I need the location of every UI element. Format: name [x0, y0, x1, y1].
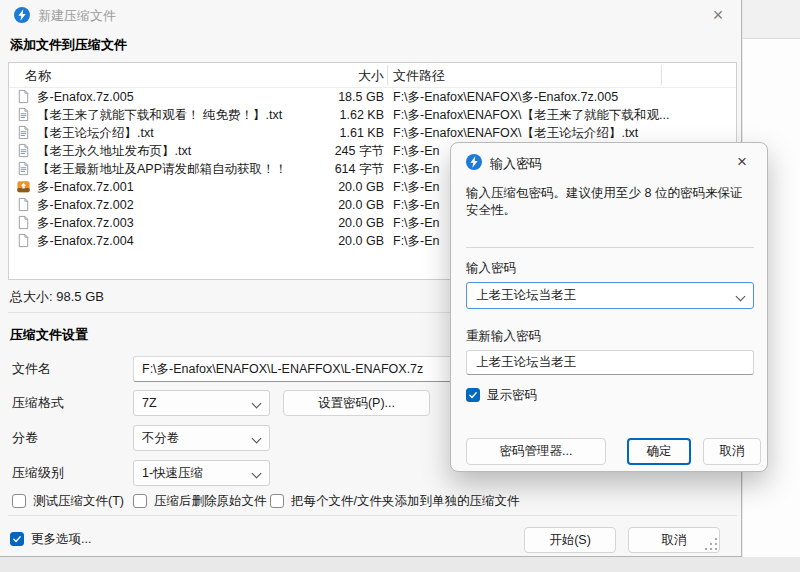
table-row[interactable]: 【老王来了就能下载和观看！ 纯免费！】.txt 1.62 KB F:\多-Ena… [9, 106, 736, 124]
password-combobox[interactable]: 上老王论坛当老王 [466, 282, 754, 309]
checkbox-icon[interactable] [133, 494, 147, 508]
show-password-label: 显示密码 [487, 387, 537, 404]
file-type-icon [16, 125, 31, 140]
file-type-icon [16, 107, 31, 122]
cell-name: 多-Enafox.7z.003 [37, 214, 287, 232]
cell-name: 【老王永久地址发布页】.txt [37, 142, 287, 160]
checkbox-delete-after[interactable]: 压缩后删除原始文件 [133, 493, 267, 509]
checkbox-label: 压缩后删除原始文件 [154, 493, 267, 510]
volume-label: 分卷 [12, 425, 38, 451]
level-dropdown[interactable]: 1-快速压缩 [133, 460, 270, 486]
filename-label: 文件名 [12, 356, 51, 382]
volume-value: 不分卷 [142, 431, 180, 445]
app-logo-icon [466, 154, 482, 170]
resize-grip[interactable] [705, 538, 717, 550]
ok-button[interactable]: 确定 [627, 438, 691, 465]
set-password-button[interactable]: 设置密码(P)... [283, 390, 430, 416]
more-options-label: 更多选项... [31, 531, 91, 548]
cell-name: 多-Enafox.7z.004 [37, 232, 287, 250]
column-divider[interactable] [661, 65, 662, 85]
table-row[interactable]: 多-Enafox.7z.005 18.5 GB F:\多-Enafox\ENAF… [9, 88, 736, 106]
cell-size: 20.0 GB [289, 232, 384, 250]
cell-name: 【老王最新地址及APP请发邮箱自动获取！！！】.... [37, 160, 287, 178]
checkbox-separate-archives[interactable]: 把每个文件/文件夹添加到单独的压缩文件 [270, 493, 519, 509]
cell-path: F:\多-Enafox\ENAFOX\多-Enafox.7z.005 [393, 88, 733, 106]
section-add-files: 添加文件到压缩文件 [10, 36, 127, 54]
divider [8, 515, 737, 516]
confirm-password-input[interactable]: 上老王论坛当老王 [466, 350, 754, 375]
divider [466, 247, 754, 248]
checkbox-checked-icon[interactable] [466, 388, 480, 402]
window-title: 新建压缩文件 [38, 7, 116, 25]
chevron-down-icon [252, 399, 262, 409]
table-row[interactable]: 【老王论坛介绍】.txt 1.61 KB F:\多-Enafox\ENAFOX\… [9, 124, 736, 142]
file-type-icon [16, 161, 31, 176]
cell-name: 【老王论坛介绍】.txt [37, 124, 287, 142]
password-manager-button[interactable]: 密码管理器... [466, 438, 606, 465]
level-value: 1-快速压缩 [142, 466, 203, 480]
checkbox-test-archive[interactable]: 测试压缩文件(T) [12, 493, 124, 509]
confirm-password-label: 重新输入密码 [466, 328, 541, 345]
cell-size: 20.0 GB [289, 196, 384, 214]
cell-name: 多-Enafox.7z.001 [37, 178, 287, 196]
password-value: 上老王论坛当老王 [476, 288, 576, 302]
dialog-close-icon[interactable]: × [727, 149, 757, 175]
cell-size: 614 字节 [289, 160, 384, 178]
dialog-description: 输入压缩包密码。建议使用至少 8 位的密码来保证安全性。 [466, 185, 754, 219]
dialog-cancel-button[interactable]: 取消 [703, 438, 761, 465]
column-divider[interactable] [387, 65, 388, 85]
titlebar[interactable]: 新建压缩文件 × [0, 0, 741, 30]
column-header-name[interactable]: 名称 [25, 67, 51, 85]
start-button[interactable]: 开始(S) [524, 527, 616, 553]
chevron-down-icon [252, 469, 262, 479]
app-logo-icon [14, 7, 30, 23]
cell-name: 【老王来了就能下载和观看！ 纯免费！】.txt [37, 106, 287, 124]
file-type-icon [16, 215, 31, 230]
volume-dropdown[interactable]: 不分卷 [133, 425, 270, 451]
checkbox-label: 测试压缩文件(T) [33, 493, 124, 510]
password-label: 输入密码 [466, 260, 516, 277]
section-archive-settings: 压缩文件设置 [10, 326, 88, 344]
cell-size: 20.0 GB [289, 214, 384, 232]
file-type-icon [16, 179, 31, 194]
file-type-icon [16, 143, 31, 158]
file-type-icon [16, 89, 31, 104]
screen: 新建压缩文件 × 添加文件到压缩文件 名称 大小 文件路径 多-Enafox.7… [0, 0, 800, 572]
cell-size: 1.61 KB [289, 124, 384, 142]
chevron-down-icon[interactable] [736, 292, 746, 302]
format-label: 压缩格式 [12, 390, 64, 416]
password-dialog: 输入密码 × 输入压缩包密码。建议使用至少 8 位的密码来保证安全性。 输入密码… [450, 142, 768, 472]
file-type-icon [16, 197, 31, 212]
file-type-icon [16, 233, 31, 248]
checkbox-icon[interactable] [12, 494, 26, 508]
cell-size: 1.62 KB [289, 106, 384, 124]
checkbox-label: 把每个文件/文件夹添加到单独的压缩文件 [291, 493, 519, 510]
chevron-down-icon [252, 434, 262, 444]
desktop-background [0, 557, 800, 572]
format-value: 7Z [142, 396, 157, 410]
column-header-size[interactable]: 大小 [289, 67, 384, 85]
window-close-icon[interactable]: × [701, 2, 735, 28]
cell-size: 20.0 GB [289, 178, 384, 196]
cell-name: 多-Enafox.7z.002 [37, 196, 287, 214]
dialog-title: 输入密码 [490, 155, 542, 173]
cell-path: F:\多-Enafox\ENAFOX\【老王来了就能下载和观... [393, 106, 733, 124]
checkbox-icon[interactable] [270, 494, 284, 508]
file-list-header: 名称 大小 文件路径 [9, 63, 736, 88]
more-options-checkbox[interactable]: 更多选项... [10, 531, 91, 547]
checkbox-checked-icon[interactable] [10, 532, 24, 546]
cell-name: 多-Enafox.7z.005 [37, 88, 287, 106]
cell-path: F:\多-Enafox\ENAFOX\【老王论坛介绍】.txt [393, 124, 733, 142]
show-password-checkbox[interactable]: 显示密码 [466, 387, 537, 403]
column-header-path[interactable]: 文件路径 [393, 67, 445, 85]
level-label: 压缩级别 [12, 460, 64, 486]
cell-size: 18.5 GB [289, 88, 384, 106]
total-size-label: 总大小: 98.5 GB [10, 288, 104, 306]
cell-size: 245 字节 [289, 142, 384, 160]
format-dropdown[interactable]: 7Z [133, 390, 270, 416]
